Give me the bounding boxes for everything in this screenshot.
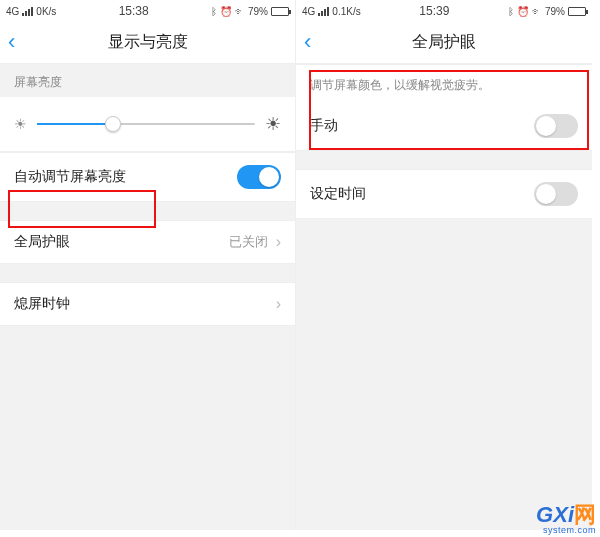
net-speed: 0K/s [36,6,56,17]
wifi-icon: ᯤ [235,6,245,17]
phone-display-brightness: 4G 0K/s 15:38 ᛒ ⏰ ᯤ 79% ‹ 显示与亮度 屏幕亮度 ☀ ☀… [0,0,296,530]
brightness-slider-row: ☀ ☀ [0,97,295,152]
status-right: ᛒ ⏰ ᯤ 79% [508,6,586,17]
manual-label: 手动 [310,117,338,135]
watermark: GXi网 system.com [536,504,596,535]
brightness-section-label: 屏幕亮度 [0,64,295,97]
auto-brightness-label: 自动调节屏幕亮度 [14,168,126,186]
nav-bar: ‹ 显示与亮度 [0,22,295,64]
aod-clock-label: 熄屏时钟 [14,295,70,313]
status-bar: 4G 0.1K/s 15:39 ᛒ ⏰ ᯤ 79% [296,0,592,22]
bluetooth-icon: ᛒ [508,6,514,17]
manual-toggle[interactable] [534,114,578,138]
bluetooth-icon: ᛒ [211,6,217,17]
net-type: 4G [6,6,19,17]
net-type: 4G [302,6,315,17]
signal-icon [22,7,33,16]
slider-thumb[interactable] [105,116,121,132]
chevron-right-icon: › [276,233,281,251]
sun-small-icon: ☀ [14,116,27,132]
schedule-row: 设定时间 [296,169,592,219]
brightness-slider[interactable] [37,123,255,125]
alarm-icon: ⏰ [220,6,232,17]
sun-large-icon: ☀ [265,113,281,135]
net-speed: 0.1K/s [332,6,360,17]
alarm-icon: ⏰ [517,6,529,17]
status-right: ᛒ ⏰ ᯤ 79% [211,6,289,17]
battery-icon [271,7,289,16]
eye-protection-hint: 调节屏幕颜色，以缓解视觉疲劳。 [296,64,592,102]
manual-row: 手动 [296,102,592,151]
auto-brightness-toggle[interactable] [237,165,281,189]
watermark-brand: GXi [536,502,574,527]
page-title: 显示与亮度 [108,32,188,53]
status-left: 4G 0K/s [6,6,56,17]
status-bar: 4G 0K/s 15:38 ᛒ ⏰ ᯤ 79% [0,0,295,22]
eye-protection-status: 已关闭 [229,233,268,251]
page-title: 全局护眼 [412,32,476,53]
clock: 15:39 [419,4,449,18]
phone-eye-protection: 4G 0.1K/s 15:39 ᛒ ⏰ ᯤ 79% ‹ 全局护眼 调节屏幕颜色，… [296,0,592,530]
nav-bar: ‹ 全局护眼 [296,22,592,64]
schedule-label: 设定时间 [310,185,366,203]
aod-clock-row[interactable]: 熄屏时钟 › [0,282,295,326]
eye-protection-label: 全局护眼 [14,233,70,251]
battery-icon [568,7,586,16]
signal-icon [318,7,329,16]
clock: 15:38 [119,4,149,18]
schedule-toggle[interactable] [534,182,578,206]
chevron-right-icon: › [276,295,281,313]
watermark-suffix: 网 [574,502,596,527]
watermark-sub: system.com [536,526,596,535]
back-button[interactable]: ‹ [8,32,28,52]
back-button[interactable]: ‹ [304,32,324,52]
battery-percent: 79% [248,6,268,17]
status-left: 4G 0.1K/s [302,6,361,17]
eye-protection-row[interactable]: 全局护眼 已关闭 › [0,220,295,264]
auto-brightness-row: 自动调节屏幕亮度 [0,152,295,202]
battery-percent: 79% [545,6,565,17]
wifi-icon: ᯤ [532,6,542,17]
